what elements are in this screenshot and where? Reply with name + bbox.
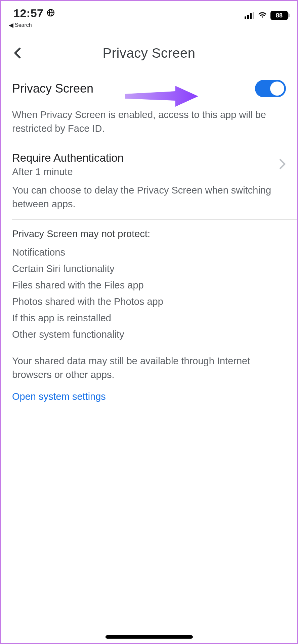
back-triangle-icon: ◀ bbox=[9, 22, 13, 28]
list-item: Other system functionality bbox=[12, 326, 286, 343]
status-bar: 12:57 88 bbox=[1, 1, 297, 20]
privacy-screen-row: Privacy Screen bbox=[12, 70, 286, 103]
globe-icon bbox=[47, 9, 55, 18]
limitations-header: Privacy Screen may not protect: bbox=[12, 228, 286, 244]
status-right: 88 bbox=[245, 7, 288, 20]
battery-icon: 88 bbox=[270, 11, 288, 20]
privacy-screen-description: When Privacy Screen is enabled, access t… bbox=[12, 103, 286, 144]
chevron-left-icon bbox=[11, 46, 24, 60]
privacy-screen-section: Privacy Screen When Privacy Screen is en… bbox=[1, 70, 297, 144]
status-left: 12:57 bbox=[13, 7, 55, 20]
list-item: Notifications bbox=[12, 244, 286, 261]
list-item: Certain Siri functionality bbox=[12, 261, 286, 277]
open-system-settings-link[interactable]: Open system settings bbox=[1, 382, 117, 412]
list-item: If this app is reinstalled bbox=[12, 310, 286, 326]
require-auth-description: You can choose to delay the Privacy Scre… bbox=[12, 179, 286, 219]
page-title: Privacy Screen bbox=[103, 46, 196, 61]
limitations-footer: Your shared data may still be available … bbox=[12, 343, 286, 381]
require-auth-section[interactable]: Require Authentication After 1 minute Yo… bbox=[1, 144, 297, 219]
limitations-list: Notifications Certain Siri functionality… bbox=[12, 244, 286, 343]
chevron-right-icon bbox=[279, 158, 286, 171]
status-time: 12:57 bbox=[13, 7, 43, 20]
limitations-block: Privacy Screen may not protect: Notifica… bbox=[1, 220, 297, 381]
home-indicator[interactable] bbox=[105, 635, 193, 639]
list-item: Files shared with the Files app bbox=[12, 277, 286, 293]
privacy-screen-toggle[interactable] bbox=[255, 80, 286, 97]
privacy-screen-label: Privacy Screen bbox=[12, 82, 93, 96]
cellular-signal-icon bbox=[245, 12, 254, 19]
status-back-breadcrumb[interactable]: ◀ Search bbox=[1, 20, 297, 28]
list-item: Photos shared with the Photos app bbox=[12, 293, 286, 310]
wifi-icon bbox=[258, 11, 267, 20]
nav-header: Privacy Screen bbox=[1, 36, 297, 70]
require-auth-label: Require Authentication bbox=[12, 152, 124, 164]
back-breadcrumb-label: Search bbox=[15, 22, 32, 28]
require-auth-value: After 1 minute bbox=[12, 164, 124, 177]
battery-level: 88 bbox=[276, 12, 283, 19]
back-button[interactable] bbox=[11, 46, 24, 60]
